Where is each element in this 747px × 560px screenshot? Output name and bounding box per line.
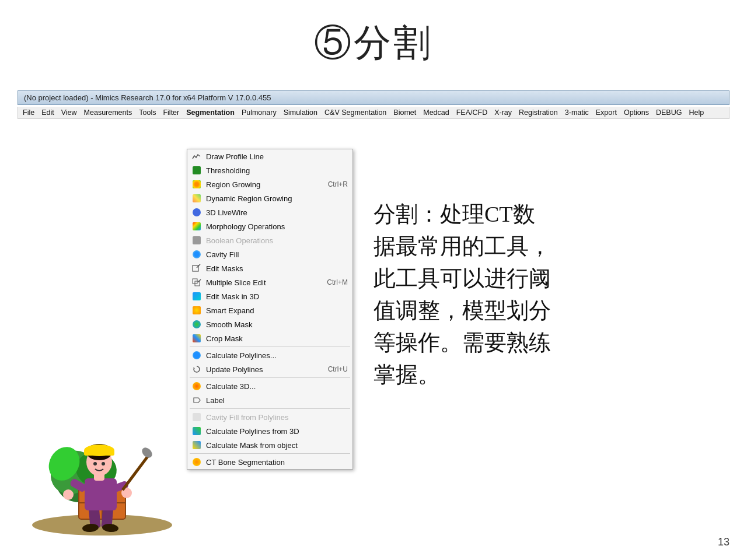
draw-profile-line-label: Draw Profile Line [206,152,264,161]
title-text: 分割 [354,22,433,64]
morphology-icon [192,222,201,231]
smart-expand-label: Smart Expand [206,306,254,315]
menu-item-cavity-fill-polylines: Cavity Fill from Polylines [187,410,352,424]
menu-pulmonary[interactable]: Pulmonary [242,108,277,117]
label-icon [192,396,201,405]
multiple-slice-edit-label: Multiple Slice Edit [206,278,266,287]
menu-item-smooth-mask[interactable]: Smooth Mask [187,317,352,331]
menu-item-update-polylines[interactable]: Update Polylines Ctrl+U [187,362,352,376]
menu-3matic[interactable]: 3-matic [565,108,589,117]
app-title-text: (No project loaded) - Mimics Research 17… [24,93,271,102]
menu-registration[interactable]: Registration [519,108,558,117]
region-growing-shortcut: Ctrl+R [328,180,348,188]
menu-item-boolean-operations: Boolean Operations [187,233,352,247]
page-number: 13 [718,536,729,548]
update-polylines-label: Update Polylines [206,365,263,374]
smooth-mask-icon [192,320,201,329]
calc-mask-object-label: Calculate Mask from object [206,441,298,450]
divider-2 [190,377,350,378]
ct-bone-segmentation-icon [192,457,201,467]
cavity-fill-label: Cavity Fill [206,250,239,259]
title-circle: ⑤ [314,22,354,64]
menu-debug[interactable]: DEBUG [656,108,682,117]
menu-bar: File Edit View Measurements Tools Filter… [18,107,729,119]
3d-livewire-icon [192,208,201,217]
menu-item-calc-polylines-3d[interactable]: Calculate Polylines from 3D [187,424,352,438]
calc-polylines-3d-label: Calculate Polylines from 3D [206,427,299,436]
menu-item-multiple-slice-edit[interactable]: Multiple Slice Edit Ctrl+M [187,275,352,289]
menu-item-dynamic-region-growing[interactable]: Dynamic Region Growing [187,191,352,205]
menu-item-3d-livewire[interactable]: 3D LiveWire [187,205,352,219]
app-window-bar: (No project loaded) - Mimics Research 17… [18,90,729,105]
menu-item-edit-masks[interactable]: Edit Masks [187,261,352,275]
cavity-fill-icon [192,250,201,259]
smooth-mask-label: Smooth Mask [206,320,252,329]
edit-masks-icon [192,264,201,273]
menu-simulation[interactable]: Simulation [284,108,317,117]
label-label: Label [206,396,225,405]
thresholding-icon [192,166,201,175]
menu-item-draw-profile-line[interactable]: Draw Profile Line [187,149,352,163]
svg-point-28 [93,462,97,466]
draw-profile-line-icon [192,152,201,161]
menu-item-smart-expand[interactable]: Smart Expand [187,303,352,317]
menu-view[interactable]: View [61,108,77,117]
calc-polylines-3d-icon [192,426,201,436]
worker-figure [18,397,187,537]
multiple-slice-edit-shortcut: Ctrl+M [327,278,348,286]
worker-svg [18,397,187,537]
calculate-3d-label: Calculate 3D... [206,382,256,391]
smart-expand-icon [192,306,201,315]
menu-export[interactable]: Export [596,108,617,117]
divider-4 [190,453,350,454]
region-growing-label: Region Growing [206,180,260,189]
menu-item-calc-mask-object[interactable]: Calculate Mask from object [187,438,352,452]
menu-item-label[interactable]: Label [187,393,352,407]
morphology-label: Morphology Operations [206,222,285,231]
menu-item-crop-mask[interactable]: Crop Mask [187,331,352,345]
menu-medcad[interactable]: Medcad [423,108,449,117]
menu-tools[interactable]: Tools [139,108,156,117]
boolean-operations-label: Boolean Operations [206,236,273,245]
page-title: ⑤分割 [0,0,747,68]
menu-item-cavity-fill[interactable]: Cavity Fill [187,247,352,261]
menu-filter[interactable]: Filter [163,108,179,117]
menu-item-calculate-3d[interactable]: Calculate 3D... [187,379,352,393]
menu-measurements[interactable]: Measurements [84,108,132,117]
svg-rect-27 [84,450,114,456]
menu-item-edit-mask-3d[interactable]: Edit Mask in 3D [187,289,352,303]
menu-biomet[interactable]: Biomet [393,108,416,117]
menu-cv-segmentation[interactable]: C&V Segmentation [324,108,386,117]
divider-3 [190,408,350,409]
menu-file[interactable]: File [23,108,34,117]
menu-item-region-growing[interactable]: Region Growing Ctrl+R [187,177,352,191]
menu-edit[interactable]: Edit [41,108,54,117]
svg-line-30 [123,455,149,490]
menu-item-thresholding[interactable]: Thresholding [187,163,352,177]
cavity-fill-polylines-icon [192,412,201,422]
boolean-operations-icon [192,236,201,245]
menu-segmentation[interactable]: Segmentation [186,108,235,117]
calculate-polylines-label: Calculate Polylines... [206,351,277,360]
menu-feacfd[interactable]: FEA/CFD [456,108,487,117]
calc-mask-object-icon [192,440,201,450]
menu-item-morphology[interactable]: Morphology Operations [187,219,352,233]
svg-point-21 [63,489,74,500]
ct-bone-segmentation-label: CT Bone Segmentation [206,458,285,467]
update-polylines-shortcut: Ctrl+U [328,365,348,373]
menu-xray[interactable]: X-ray [494,108,512,117]
divider-1 [190,346,350,347]
description-content: 分割：处理CT数据最常用的工具，此工具可以进行阈值调整，模型划分等操作。需要熟练… [374,202,551,387]
calculate-polylines-icon [192,351,201,360]
menu-help[interactable]: Help [689,108,704,117]
svg-rect-18 [85,478,117,510]
menu-item-ct-bone-segmentation[interactable]: CT Bone Segmentation [187,455,352,469]
description-text: 分割：处理CT数据最常用的工具，此工具可以进行阈值调整，模型划分等操作。需要熟练… [374,198,712,391]
cavity-fill-polylines-label: Cavity Fill from Polylines [206,413,289,422]
update-polylines-icon [192,365,201,374]
menu-options[interactable]: Options [624,108,649,117]
svg-point-29 [102,462,105,466]
multiple-slice-edit-icon [192,278,201,287]
menu-item-calculate-polylines[interactable]: Calculate Polylines... [187,348,352,362]
crop-mask-label: Crop Mask [206,334,243,343]
